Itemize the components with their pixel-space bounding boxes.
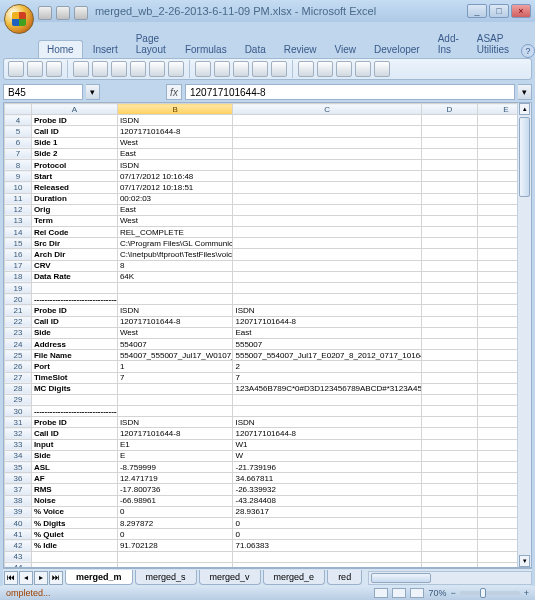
tab-nav-last[interactable]: ⏭	[49, 571, 63, 585]
zoom-out-icon[interactable]: −	[450, 588, 455, 598]
cell[interactable]	[421, 462, 477, 473]
row-header[interactable]: 5	[5, 126, 32, 137]
cell[interactable]	[421, 271, 477, 282]
redo-icon[interactable]	[74, 6, 88, 20]
cell[interactable]: 07/17/2012 10:18:51	[117, 182, 233, 193]
cell[interactable]	[233, 193, 421, 204]
cell[interactable]: ISDN	[233, 417, 421, 428]
cell[interactable]: Rel Code	[31, 227, 117, 238]
increase-decimal-icon[interactable]	[355, 61, 371, 77]
fx-icon[interactable]: fx	[166, 84, 182, 100]
comma-icon[interactable]	[336, 61, 352, 77]
cell[interactable]	[478, 506, 517, 517]
cell[interactable]: ASL	[31, 462, 117, 473]
scroll-down-icon[interactable]: ▾	[519, 555, 530, 567]
cell[interactable]: Duration	[31, 193, 117, 204]
cell[interactable]: -17.800736	[117, 484, 233, 495]
cell[interactable]: 07/17/2012 10:16:48	[117, 171, 233, 182]
cell[interactable]: -8.759999	[117, 462, 233, 473]
cell[interactable]	[478, 372, 517, 383]
cell[interactable]	[478, 182, 517, 193]
cell[interactable]: REL_COMPLETE	[117, 227, 233, 238]
cell[interactable]: % Quiet	[31, 529, 117, 540]
cell[interactable]	[478, 450, 517, 461]
cell[interactable]	[233, 227, 421, 238]
cell[interactable]: 8	[117, 260, 233, 271]
cell[interactable]: 12.471719	[117, 473, 233, 484]
cell[interactable]: East	[233, 327, 421, 338]
bold-icon[interactable]	[73, 61, 89, 77]
cell[interactable]	[478, 495, 517, 506]
cell[interactable]: West	[117, 137, 233, 148]
cell[interactable]	[478, 271, 517, 282]
cell[interactable]	[478, 159, 517, 170]
cell[interactable]: Side 1	[31, 137, 117, 148]
col-header-E[interactable]: E	[478, 104, 517, 115]
row-header[interactable]: 17	[5, 260, 32, 271]
cut-icon[interactable]	[27, 61, 43, 77]
cell[interactable]: 28.93617	[233, 506, 421, 517]
maximize-button[interactable]: □	[489, 4, 509, 18]
name-box-dropdown[interactable]: ▾	[86, 84, 100, 100]
cell[interactable]	[421, 204, 477, 215]
tab-nav-prev[interactable]: ◂	[19, 571, 33, 585]
cell[interactable]: Call ID	[31, 316, 117, 327]
font-color-icon[interactable]	[168, 61, 184, 77]
tab-nav-next[interactable]: ▸	[34, 571, 48, 585]
cell[interactable]	[478, 540, 517, 551]
cell[interactable]	[478, 204, 517, 215]
tab-developer[interactable]: Developer	[366, 41, 428, 58]
tab-view[interactable]: View	[327, 41, 365, 58]
cell[interactable]: Call ID	[31, 126, 117, 137]
col-header-B[interactable]: B	[117, 104, 233, 115]
border-icon[interactable]	[130, 61, 146, 77]
sheet-tab-merged_s[interactable]: merged_s	[135, 570, 197, 585]
cell[interactable]: W1	[233, 439, 421, 450]
cell[interactable]	[421, 260, 477, 271]
formula-bar[interactable]: 120717101644-8	[185, 84, 515, 100]
cell[interactable]: Src Dir	[31, 238, 117, 249]
cell[interactable]: ISDN	[233, 305, 421, 316]
cell[interactable]: 0	[233, 517, 421, 528]
cell[interactable]: Released	[31, 182, 117, 193]
scroll-thumb[interactable]	[519, 117, 530, 197]
cell[interactable]: Orig	[31, 204, 117, 215]
cell[interactable]	[478, 383, 517, 394]
cell[interactable]	[421, 227, 477, 238]
cell[interactable]	[421, 238, 477, 249]
cell[interactable]: 8.297872	[117, 517, 233, 528]
row-header[interactable]: 41	[5, 529, 32, 540]
cell[interactable]	[31, 283, 117, 294]
cell[interactable]: AF	[31, 473, 117, 484]
cell[interactable]	[421, 428, 477, 439]
row-header[interactable]: 37	[5, 484, 32, 495]
cell[interactable]	[233, 260, 421, 271]
cell[interactable]	[421, 450, 477, 461]
tab-data[interactable]: Data	[237, 41, 274, 58]
cell[interactable]: 34.667811	[233, 473, 421, 484]
cell[interactable]	[421, 148, 477, 159]
cell[interactable]	[31, 394, 117, 405]
cell[interactable]: Probe ID	[31, 305, 117, 316]
zoom-slider[interactable]	[460, 591, 520, 595]
cell[interactable]	[421, 406, 477, 417]
cell[interactable]	[233, 562, 421, 567]
cell[interactable]	[233, 283, 421, 294]
row-header[interactable]: 19	[5, 283, 32, 294]
cell[interactable]: 555007	[233, 338, 421, 349]
cell[interactable]: 7	[233, 372, 421, 383]
save-icon[interactable]	[38, 6, 52, 20]
cell[interactable]	[421, 562, 477, 567]
cell[interactable]: ISDN	[117, 115, 233, 126]
cell[interactable]	[478, 260, 517, 271]
tab-asap-utilities[interactable]: ASAP Utilities	[469, 30, 519, 58]
row-header[interactable]: 21	[5, 305, 32, 316]
row-header[interactable]: 18	[5, 271, 32, 282]
cell[interactable]	[421, 182, 477, 193]
cell[interactable]	[421, 305, 477, 316]
close-button[interactable]: ×	[511, 4, 531, 18]
cell[interactable]: -66.98961	[117, 495, 233, 506]
zoom-in-icon[interactable]: +	[524, 588, 529, 598]
tab-nav-first[interactable]: ⏮	[4, 571, 18, 585]
cell[interactable]	[478, 439, 517, 450]
